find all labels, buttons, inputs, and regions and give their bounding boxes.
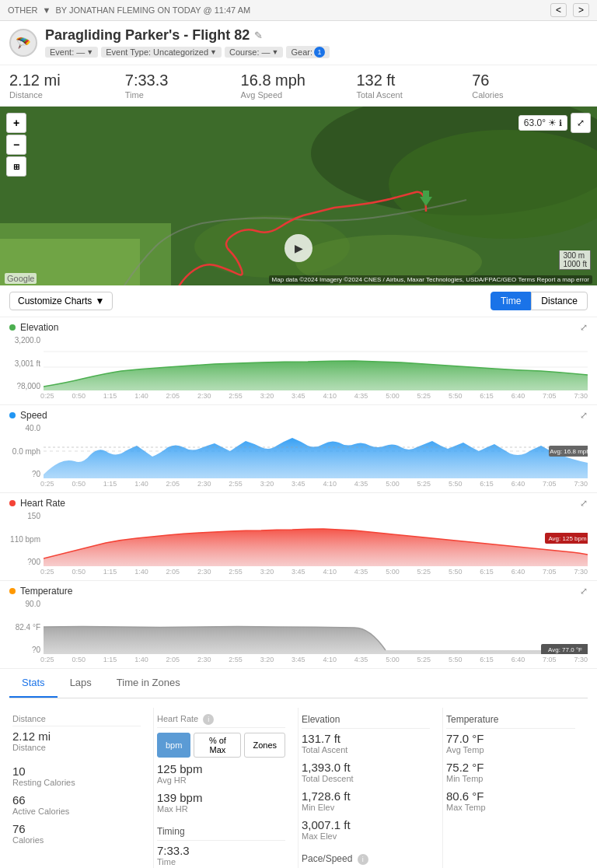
time-button[interactable]: Time — [491, 292, 531, 310]
heartrate-chart-panel: Heart Rate ⤢ 150 110 bpm ?00 Avg: 125 bp… — [0, 493, 597, 581]
min-elev-label: Min Elev — [302, 803, 430, 812]
tab-time-in-zones[interactable]: Time in Zones — [104, 669, 193, 698]
layers-button[interactable]: ⊞ — [6, 156, 26, 177]
gear-tag[interactable]: Gear: 1 — [286, 46, 330, 58]
stat-calories-label: Calories — [472, 90, 588, 100]
stat-calories: 76 Calories — [472, 72, 588, 100]
course-arrow: ▼ — [272, 48, 279, 56]
top-bar-right[interactable]: < > — [550, 3, 589, 17]
pace-speed-label: Pace/Speed i — [302, 853, 430, 868]
stat-ascent-value: 132 ft — [356, 72, 472, 89]
hr-tab-bpm[interactable]: bpm — [157, 733, 190, 758]
max-elev-value: 3,007.1 ft — [302, 818, 430, 831]
total-descent-value: 1,393.0 ft — [302, 761, 430, 774]
map-expand-button[interactable]: ⤢ — [571, 113, 591, 133]
stat-speed: 16.8 mph Avg Speed — [241, 72, 357, 100]
speed-y-top: 40.0 — [9, 424, 40, 432]
time-value: 7:33.3 — [157, 844, 285, 857]
play-button[interactable]: ▶ — [285, 234, 312, 262]
hr-y-top: 150 — [9, 512, 40, 520]
customize-charts-button[interactable]: Customize Charts ▼ — [9, 292, 113, 310]
avg-temp-label: Avg Temp — [446, 745, 575, 754]
heartrate-chart-title: Heart Rate — [9, 498, 65, 509]
next-button[interactable]: > — [573, 3, 589, 17]
timing-group-label: Timing — [157, 826, 285, 841]
avg-hr-label: Avg HR — [157, 775, 285, 785]
temp-x-labels: 0:250:501:151:402:052:302:553:203:454:10… — [9, 654, 588, 663]
calories-value: 76 — [12, 822, 141, 835]
heartrate-info-icon[interactable]: i — [203, 714, 214, 725]
stats-col-3: Elevation 131.7 ft Total Ascent 1,393.0 … — [298, 708, 443, 868]
temp-y-top: 90.0 — [9, 600, 40, 608]
course-tag[interactable]: Course: — ▼ — [225, 47, 284, 58]
time-distance-toggle[interactable]: Time Distance — [491, 292, 588, 310]
resting-calories-label: Resting Calories — [12, 778, 141, 787]
top-bar-left: OTHER ▼ BY JONATHAN FLEMING ON TODAY @ 1… — [8, 5, 250, 15]
stat-time: 7:33.3 Time — [125, 72, 241, 100]
elev-y-top: 3,200.0 — [9, 336, 40, 345]
temp-expand-icon[interactable]: ⤢ — [580, 586, 588, 597]
google-logo: Google — [5, 273, 37, 284]
map-attribution: Google Map data ©2024 Imagery ©2024 CNES… — [0, 271, 597, 285]
speed-dot — [9, 412, 16, 418]
customize-label: Customize Charts — [18, 296, 92, 306]
hr-tabs[interactable]: bpm % of Max Zones — [157, 733, 285, 758]
zoom-in-button[interactable]: + — [6, 113, 26, 133]
event-type-tag[interactable]: Event Type: Uncategorized ▼ — [101, 47, 222, 58]
map-controls-left[interactable]: + − ⊞ — [6, 113, 26, 177]
event-type-arrow: ▼ — [210, 48, 217, 56]
avg-temp-value: 77.0 °F — [446, 732, 575, 745]
speed-label: Speed — [20, 410, 47, 421]
stats-col-1: Distance 2.12 mi Distance 10 Resting Cal… — [9, 708, 154, 868]
temp-chart-header: Temperature ⤢ — [9, 586, 588, 597]
elevation-group: Elevation 131.7 ft Total Ascent 1,393.0 … — [302, 714, 430, 841]
tab-stats[interactable]: Stats — [9, 669, 58, 698]
elevation-chart-title: Elevation — [9, 322, 58, 333]
heartrate-group-label: Heart Rate i — [157, 714, 285, 728]
title-row: Paragliding Parker's - Flight 82 ✎ — [45, 27, 588, 44]
timing-group: Timing 7:33.3 Time 7:18 Moving Time 7:33… — [157, 826, 285, 868]
meta-row: Event: — ▼ Event Type: Uncategorized ▼ C… — [45, 46, 588, 58]
svg-text:Avg: 77.0 °F: Avg: 77.0 °F — [548, 646, 582, 653]
map-container[interactable]: + − ⊞ 63.0° ☀ ℹ ⤢ ▶ 300 m 1000 ft Google… — [0, 107, 597, 285]
min-temp-value: 75.2 °F — [446, 761, 575, 774]
max-hr-label: Max HR — [157, 804, 285, 814]
heartrate-expand-icon[interactable]: ⤢ — [580, 498, 588, 509]
stat-distance-label: Distance — [9, 90, 125, 100]
stats-grid: Distance 2.12 mi Distance 10 Resting Cal… — [9, 708, 588, 868]
max-hr-value: 139 bpm — [157, 791, 285, 804]
max-hr-entry: 139 bpm Max HR — [157, 791, 285, 814]
charts-toolbar: Customize Charts ▼ Time Distance — [0, 285, 597, 317]
temperature-badge: 63.0° ☀ ℹ — [518, 115, 567, 131]
stat-distance: 2.12 mi Distance — [9, 72, 125, 100]
map-scale: 300 m 1000 ft — [559, 250, 591, 270]
total-ascent-value: 131.7 ft — [302, 732, 430, 745]
event-tag[interactable]: Event: — ▼ — [45, 47, 98, 58]
stats-tabs[interactable]: Stats Laps Time in Zones — [9, 669, 588, 698]
temp-chart-panel: Temperature ⤢ 90.0 82.4 °F ?0 Avg: — [0, 581, 597, 669]
temp-value: 63.0° — [524, 117, 546, 128]
prev-button[interactable]: < — [550, 3, 567, 17]
zoom-out-button[interactable]: − — [6, 135, 26, 155]
map-controls-right: 63.0° ☀ ℹ ⤢ — [518, 113, 591, 133]
stat-speed-value: 16.8 mph — [241, 72, 357, 89]
stats-section: Stats Laps Time in Zones Distance 2.12 m… — [0, 669, 597, 868]
author-label: BY JONATHAN FLEMING ON TODAY @ 11:47 AM — [55, 5, 250, 15]
elevation-expand-icon[interactable]: ⤢ — [580, 322, 588, 333]
edit-icon[interactable]: ✎ — [254, 30, 263, 41]
hr-tab-maxpct[interactable]: % of Max — [194, 733, 241, 758]
speed-expand-icon[interactable]: ⤢ — [580, 410, 588, 421]
hr-y-mid: 110 bpm — [9, 535, 40, 544]
hr-tab-zones[interactable]: Zones — [244, 733, 285, 758]
speed-chart-title: Speed — [9, 410, 47, 421]
pace-info-icon[interactable]: i — [358, 854, 368, 865]
tab-laps[interactable]: Laps — [58, 669, 104, 698]
elevation-group-label: Elevation — [302, 714, 430, 729]
distance-button[interactable]: Distance — [531, 292, 588, 310]
max-temp-entry: 80.6 °F Max Temp — [446, 789, 575, 812]
avg-hr-entry: 125 bpm Avg HR — [157, 762, 285, 785]
info-circle[interactable]: ℹ — [559, 118, 562, 128]
resting-calories-entry: 10 Resting Calories — [12, 765, 141, 787]
heartrate-x-labels: 0:250:501:151:402:052:302:553:203:454:10… — [9, 566, 588, 576]
stat-time-value: 7:33.3 — [125, 72, 241, 89]
